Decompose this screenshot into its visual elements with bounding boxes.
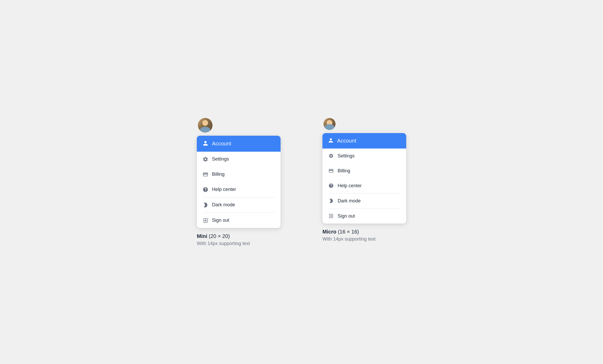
menu-item-signout-mini[interactable]: Sign out xyxy=(197,213,281,228)
mini-section-title: Mini (20 × 20) xyxy=(197,233,250,239)
menu-header-micro[interactable]: Account xyxy=(322,133,406,149)
dropdown-menu-mini: Account Settings Billing xyxy=(197,136,281,228)
micro-section: Account Settings Billing xyxy=(322,118,406,242)
menu-item-help-mini[interactable]: Help center xyxy=(197,182,281,197)
micro-section-label: Micro (16 × 16) With 14px supporting tex… xyxy=(322,229,376,242)
darkmode-icon-micro xyxy=(328,198,334,203)
account-icon-mini xyxy=(203,140,208,147)
help-label-micro: Help center xyxy=(338,183,362,189)
billing-label-mini: Billing xyxy=(212,172,225,177)
menu-item-darkmode-mini[interactable]: Dark mode xyxy=(197,197,281,213)
settings-label-micro: Settings xyxy=(338,153,355,159)
help-icon-mini xyxy=(203,187,208,192)
billing-icon-micro xyxy=(328,168,334,173)
menu-item-darkmode-micro[interactable]: Dark mode xyxy=(322,194,406,208)
micro-section-subtitle: With 14px supporting text xyxy=(322,236,376,242)
menu-header-label-mini: Account xyxy=(212,141,231,147)
mini-section: Account Settings Billing xyxy=(197,118,281,246)
settings-icon-micro xyxy=(328,153,334,158)
billing-label-micro: Billing xyxy=(338,168,350,174)
avatar-micro xyxy=(323,118,336,130)
account-icon-micro xyxy=(328,138,333,144)
avatar-wrapper-mini xyxy=(198,118,213,133)
page-container: Account Settings Billing xyxy=(197,118,406,246)
darkmode-label-mini: Dark mode xyxy=(212,202,235,208)
mini-section-label: Mini (20 × 20) With 14px supporting text xyxy=(197,233,250,246)
signout-label-micro: Sign out xyxy=(338,213,355,219)
billing-icon-mini xyxy=(203,172,208,177)
signout-label-mini: Sign out xyxy=(212,218,229,223)
avatar-image-mini xyxy=(198,118,213,133)
menu-item-settings-micro[interactable]: Settings xyxy=(322,149,406,163)
darkmode-label-micro: Dark mode xyxy=(338,198,361,204)
menu-item-settings-mini[interactable]: Settings xyxy=(197,152,281,167)
settings-icon-mini xyxy=(203,156,208,162)
help-icon-micro xyxy=(328,183,334,188)
menu-item-billing-micro[interactable]: Billing xyxy=(322,163,406,178)
signout-icon-mini xyxy=(203,218,208,223)
settings-label-mini: Settings xyxy=(212,156,229,162)
avatar-mini xyxy=(198,118,213,133)
micro-section-title: Micro (16 × 16) xyxy=(322,229,376,235)
darkmode-icon-mini xyxy=(203,202,208,208)
avatar-wrapper-micro xyxy=(323,118,336,130)
signout-icon-micro xyxy=(328,213,334,219)
menu-header-label-micro: Account xyxy=(337,138,356,144)
menu-item-billing-mini[interactable]: Billing xyxy=(197,167,281,182)
menu-item-signout-micro[interactable]: Sign out xyxy=(322,209,406,224)
mini-section-subtitle: With 14px supporting text xyxy=(197,241,250,246)
menu-header-mini[interactable]: Account xyxy=(197,136,281,152)
menu-item-help-micro[interactable]: Help center xyxy=(322,178,406,193)
help-label-mini: Help center xyxy=(212,187,236,192)
avatar-image-micro xyxy=(323,118,336,130)
dropdown-menu-micro: Account Settings Billing xyxy=(322,133,406,224)
